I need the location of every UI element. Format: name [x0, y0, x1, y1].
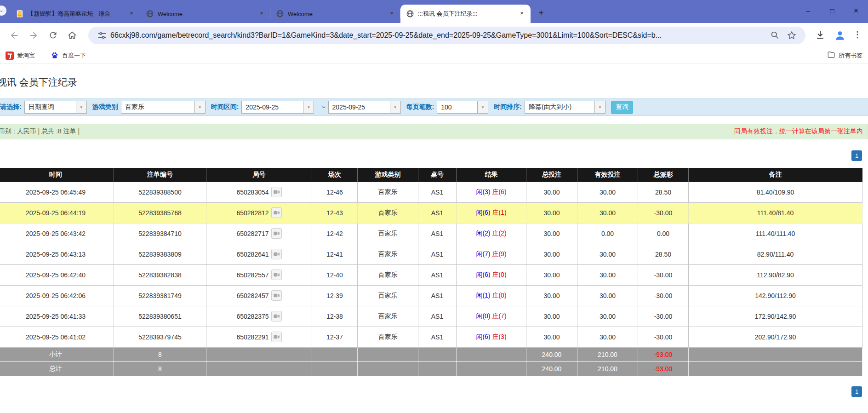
- total-count: 8: [114, 361, 206, 376]
- result-banker: 庄(2): [492, 229, 506, 237]
- sort-label: 时间排序:: [494, 103, 522, 111]
- tab-close-icon[interactable]: ×: [127, 10, 136, 18]
- cell-session: 12-40: [312, 264, 358, 285]
- maximize-button[interactable]: □: [820, 0, 844, 21]
- browser-tab-3[interactable]: Welcome×: [270, 5, 400, 23]
- video-replay-icon[interactable]: [271, 332, 282, 342]
- cell-table-id: AS1: [418, 327, 457, 347]
- date-start-select[interactable]: 2025-09-25 ▼: [241, 101, 314, 114]
- all-bookmarks-button[interactable]: 所有书签: [827, 51, 862, 60]
- home-icon[interactable]: [64, 27, 80, 44]
- cell-total-bet-link[interactable]: 30.00: [526, 244, 577, 264]
- cell-total-bet-link[interactable]: 30.00: [526, 327, 577, 347]
- cell-note: 111.40/111.40: [689, 223, 862, 244]
- chevron-down-icon[interactable]: ▼: [390, 101, 401, 114]
- table-row: 2025-09-25 06:41:02522839379745650282291…: [0, 327, 862, 347]
- pagination-page-1[interactable]: 1: [851, 150, 862, 161]
- cell-game-type: 百家乐: [358, 182, 418, 202]
- cell-valid-bet: 30.00: [577, 327, 638, 347]
- cell-total-bet-link[interactable]: 30.00: [526, 202, 577, 223]
- cell-game-type: 百家乐: [358, 327, 418, 347]
- search-button[interactable]: 查询: [611, 101, 633, 114]
- video-replay-icon[interactable]: [271, 249, 282, 259]
- result-banker: 庄(9): [492, 250, 506, 258]
- chevron-down-icon[interactable]: ▼: [594, 101, 605, 114]
- cell-game-type: 百家乐: [358, 306, 418, 327]
- select-label: 请选择:: [0, 103, 22, 111]
- address-bar[interactable]: 66cxkj98.com/game/betrecord_search/kind3…: [88, 27, 805, 44]
- table-row: 2025-09-25 06:43:42522839384710650282717…: [0, 223, 862, 244]
- per-page-label: 每页笔数:: [406, 103, 434, 111]
- profile-icon[interactable]: [834, 29, 846, 41]
- date-end-value: 2025-09-25: [328, 101, 390, 114]
- video-replay-icon[interactable]: [271, 187, 282, 197]
- column-header: 结果: [457, 168, 526, 182]
- close-button[interactable]: ×: [844, 0, 868, 21]
- chevron-down-icon[interactable]: ▼: [76, 101, 87, 114]
- tab-close-icon[interactable]: ×: [518, 10, 526, 18]
- per-page-select[interactable]: 100 ▼: [437, 101, 488, 114]
- zoom-icon[interactable]: [770, 30, 780, 40]
- bookmark-item-1[interactable]: 爱淘宝: [6, 52, 35, 60]
- query-type-select[interactable]: 日期查询 ▼: [24, 101, 87, 114]
- video-replay-icon[interactable]: [271, 311, 282, 321]
- tab-close-icon[interactable]: ×: [388, 10, 396, 18]
- empty-cell: [358, 361, 418, 376]
- cell-total-bet-link[interactable]: 30.00: [526, 264, 577, 285]
- cell-total-bet-link[interactable]: 30.00: [526, 285, 577, 306]
- table-row: 2025-09-25 06:45:49522839388500650283054…: [0, 182, 862, 202]
- browser-tab-4[interactable]: :::视讯 会员下注纪录:::×: [400, 5, 531, 23]
- video-replay-icon[interactable]: [271, 270, 282, 280]
- range-separator: ~: [321, 103, 325, 111]
- site-settings-icon[interactable]: [97, 30, 107, 40]
- chevron-down-icon[interactable]: ▼: [477, 101, 488, 114]
- video-replay-icon[interactable]: [271, 207, 282, 218]
- total-total-bet: 240.00: [526, 361, 577, 376]
- sort-select[interactable]: 降冪(由大到小) ▼: [525, 101, 605, 114]
- pagination-page-1[interactable]: 1: [851, 386, 862, 397]
- cell-payout: 0.00: [638, 223, 689, 244]
- video-replay-icon[interactable]: [271, 290, 282, 301]
- subtotal-count: 8: [114, 347, 206, 361]
- globe-icon: [406, 10, 414, 18]
- new-tab-button[interactable]: +: [534, 6, 548, 20]
- back-icon[interactable]: [6, 27, 23, 44]
- cell-round: 650283054: [206, 182, 312, 202]
- chevron-down-icon[interactable]: ▼: [194, 101, 206, 114]
- page-content: 视讯 会员下注纪录 请选择: 日期查询 ▼ 游戏类别 百家乐 ▼ 时间区间: 2…: [0, 64, 868, 397]
- video-replay-icon[interactable]: [271, 228, 282, 239]
- cell-valid-bet: 30.00: [577, 306, 638, 327]
- browser-tab-1[interactable]: 【新提醒】海燕策略论坛 - 综合×: [10, 5, 140, 23]
- filter-bar: 请选择: 日期查询 ▼ 游戏类别 百家乐 ▼ 时间区间: 2025-09-25 …: [0, 98, 868, 116]
- forward-icon[interactable]: [25, 27, 42, 44]
- cell-time: 2025-09-25 06:41:33: [0, 306, 114, 327]
- column-header: 有效投注: [577, 168, 638, 182]
- cell-total-bet-link[interactable]: 30.00: [526, 223, 577, 244]
- game-type-select[interactable]: 百家乐 ▼: [121, 101, 206, 114]
- bookmark-item-2[interactable]: 百度一下: [51, 52, 86, 60]
- tab-search-icon[interactable]: ⌄: [0, 6, 6, 16]
- empty-cell: [689, 347, 862, 361]
- browser-tab-2[interactable]: Welcome×: [140, 5, 270, 23]
- round-number: 650282812: [236, 209, 268, 217]
- download-icon[interactable]: [815, 29, 827, 41]
- url-text[interactable]: 66cxkj98.com/game/betrecord_search/kind3…: [110, 31, 767, 40]
- cell-total-bet-link[interactable]: 30.00: [526, 182, 577, 202]
- round-number: 650283054: [236, 189, 268, 196]
- empty-cell: [457, 347, 526, 361]
- forum-yellow-icon: [16, 10, 24, 18]
- reload-icon[interactable]: [45, 27, 61, 44]
- globe-icon: [276, 10, 284, 18]
- minimize-button[interactable]: –: [796, 0, 820, 21]
- empty-cell: [457, 361, 526, 376]
- chevron-down-icon[interactable]: ▼: [303, 101, 314, 114]
- cell-total-bet-link[interactable]: 30.00: [526, 306, 577, 327]
- menu-kebab-icon[interactable]: ⋮: [853, 29, 860, 41]
- bookmark-star-icon[interactable]: [787, 30, 797, 40]
- column-header: 注单编号: [114, 168, 206, 182]
- date-end-select[interactable]: 2025-09-25 ▼: [328, 101, 401, 114]
- tab-close-icon[interactable]: ×: [257, 10, 266, 18]
- cell-result: 闲(1) 庄(0): [457, 285, 526, 306]
- cell-bet-id: 522839381749: [114, 285, 206, 306]
- round-number: 650282375: [236, 313, 268, 320]
